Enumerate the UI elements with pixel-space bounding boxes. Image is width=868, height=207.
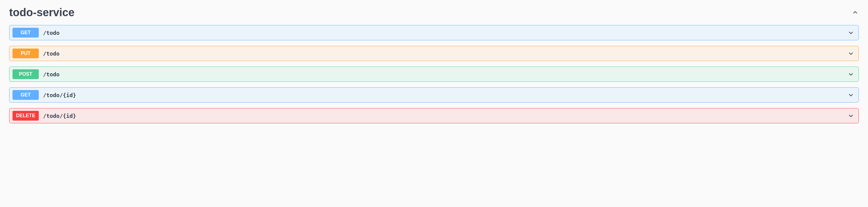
operation-row[interactable]: PUT /todo [9, 46, 859, 61]
method-badge-get: GET [12, 90, 39, 100]
chevron-down-icon [847, 112, 854, 119]
operation-row[interactable]: DELETE /todo/{id} [9, 108, 859, 123]
section-title: todo-service [9, 6, 74, 19]
operation-path: /todo [43, 50, 847, 57]
chevron-down-icon [847, 29, 854, 36]
method-badge-post: POST [12, 69, 39, 79]
chevron-down-icon [847, 50, 854, 57]
section-header[interactable]: todo-service [9, 6, 859, 19]
operation-row[interactable]: GET /todo/{id} [9, 87, 859, 102]
method-badge-put: PUT [12, 49, 39, 58]
operation-path: /todo/{id} [43, 113, 847, 119]
operation-path: /todo [43, 71, 847, 78]
chevron-up-icon [851, 9, 859, 16]
operation-row[interactable]: GET /todo [9, 25, 859, 40]
method-badge-get: GET [12, 28, 39, 37]
operation-path: /todo/{id} [43, 92, 847, 98]
operation-row[interactable]: POST /todo [9, 66, 859, 82]
chevron-down-icon [847, 71, 854, 78]
operation-path: /todo [43, 30, 847, 36]
chevron-down-icon [847, 92, 854, 98]
method-badge-delete: DELETE [12, 111, 39, 121]
